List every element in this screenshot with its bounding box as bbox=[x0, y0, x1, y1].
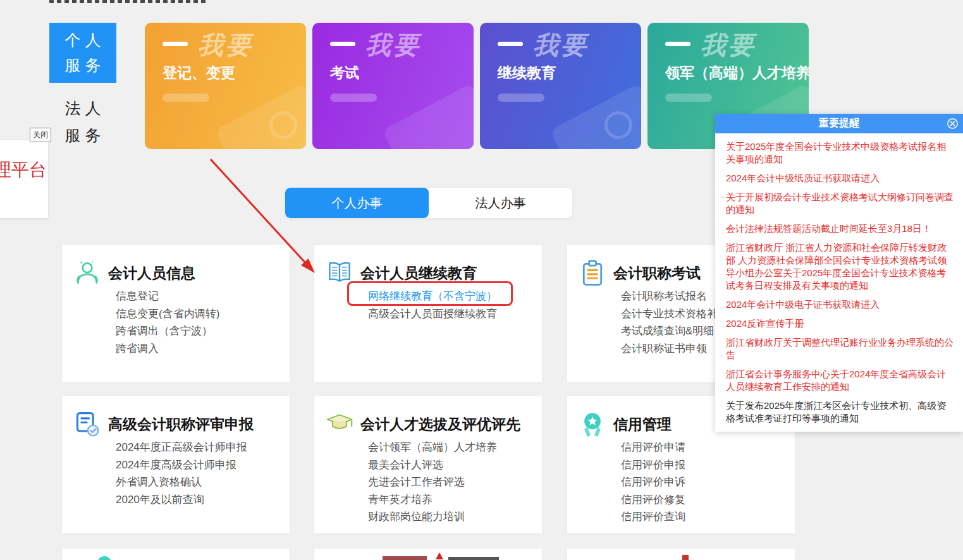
clipped-logo-fragment bbox=[377, 551, 523, 560]
notice-link[interactable]: 2024反诈宣传手册 bbox=[726, 317, 954, 330]
notice-link[interactable]: 浙江省财政厅 浙江省人力资源和社会保障厅转发财政部 人力资源社会保障部全国会计专… bbox=[726, 241, 954, 292]
clipped-mark-fragment bbox=[682, 555, 689, 560]
service-link-list: 会计领军（高端）人才培养最美会计人评选先进会计工作者评选青年英才培养财政部岗位能… bbox=[368, 439, 497, 526]
banner-title: 登记、变更 bbox=[163, 63, 235, 83]
service-title: 信用管理 bbox=[613, 415, 672, 434]
service-link[interactable]: 最美会计人评选 bbox=[368, 456, 497, 474]
tab-switcher: 个人办事 法人办事 bbox=[285, 188, 572, 218]
banner-title: 考试 bbox=[330, 63, 359, 83]
service-link-list: 2024年度正高级会计师申报2024年度高级会计师申报外省调入资格确认2020年… bbox=[116, 439, 247, 508]
pill-decoration bbox=[330, 94, 377, 102]
service-card: 会计人才选拔及评优评先会计领军（高端）人才培养最美会计人评选先进会计工作者评选青… bbox=[314, 396, 542, 533]
service-link[interactable]: 信息变更(含省内调转) bbox=[116, 305, 219, 323]
service-link[interactable]: 财政部岗位能力培训 bbox=[368, 508, 497, 526]
service-link[interactable]: 信用评价查询 bbox=[621, 508, 685, 526]
service-title: 会计人员信息 bbox=[108, 264, 195, 283]
graduation-cap-icon bbox=[326, 410, 353, 438]
service-link[interactable]: 先进会计工作者评选 bbox=[368, 473, 497, 491]
service-link[interactable]: 跨省调入 bbox=[116, 340, 219, 358]
service-card-header: 会计职称考试 bbox=[579, 259, 701, 287]
service-link[interactable]: 信用评价修复 bbox=[621, 491, 685, 509]
legal-services-label-line1: 法 人 bbox=[65, 98, 101, 119]
dash-decoration bbox=[163, 42, 188, 46]
service-link[interactable]: 会计专业技术资格补 bbox=[621, 305, 718, 323]
service-card-header: 信用管理 bbox=[579, 410, 672, 438]
medal-star-icon bbox=[579, 410, 606, 438]
book-shape bbox=[382, 83, 474, 149]
clipped-service-card bbox=[314, 549, 542, 560]
clipped-popup-text: 理平台 bbox=[0, 158, 48, 182]
service-link[interactable]: 2024年度高级会计师申报 bbox=[116, 456, 247, 474]
service-link[interactable]: 2024年度正高级会计师申报 bbox=[116, 439, 247, 456]
notice-link[interactable]: 2024年会计中级电子证书获取请进入 bbox=[726, 298, 954, 311]
banner-prefix: 我要 bbox=[701, 28, 756, 63]
service-link[interactable]: 跨省调出（含宁波） bbox=[116, 322, 219, 340]
service-link[interactable]: 高级会计人员面授继续教育 bbox=[368, 305, 497, 323]
tab-legal-affairs[interactable]: 法人办事 bbox=[429, 188, 572, 218]
service-link[interactable]: 会计领军（高端）人才培养 bbox=[368, 439, 497, 456]
service-title: 会计职称考试 bbox=[613, 264, 701, 283]
service-link[interactable]: 青年英才培养 bbox=[368, 491, 497, 509]
dash-decoration bbox=[498, 42, 523, 46]
pill-decoration bbox=[498, 94, 544, 102]
service-card-header: 会计人才选拔及评优评先 bbox=[326, 410, 520, 438]
clipboard-icon bbox=[579, 259, 606, 287]
person-icon bbox=[73, 259, 101, 287]
service-link[interactable]: 网络继续教育（不含宁波） bbox=[368, 288, 497, 305]
sidebar-item-personal-services[interactable]: 个 人 服 务 bbox=[49, 23, 116, 83]
notice-link[interactable]: 浙江省财政厅关于调整代理记账行业业务办理系统的公告 bbox=[726, 336, 954, 362]
service-link[interactable]: 外省调入资格确认 bbox=[116, 473, 247, 491]
clipped-icon-fragment bbox=[97, 556, 111, 560]
clipped-service-card bbox=[62, 549, 290, 560]
tab-personal-affairs[interactable]: 个人办事 bbox=[285, 188, 429, 218]
service-card: 会计人员继续教育网络继续教育（不含宁波）高级会计人员面授继续教育 bbox=[314, 245, 542, 382]
sidebar-item-legal-services[interactable]: 法 人 服 务 bbox=[49, 94, 116, 150]
panel-title: 重要提醒 bbox=[819, 117, 859, 130]
banner-title: 领军（高端）人才培养 bbox=[665, 63, 809, 83]
clipped-service-card bbox=[567, 549, 795, 560]
panel-header: 重要提醒 bbox=[715, 114, 963, 133]
service-card-header: 会计人员信息 bbox=[73, 259, 195, 287]
close-button[interactable]: 关闭 bbox=[30, 128, 51, 142]
banner-continuing-education[interactable]: 我要 继续教育 bbox=[480, 23, 641, 149]
service-card-header: 高级会计职称评审申报 bbox=[73, 410, 254, 438]
service-link[interactable]: 信息登记 bbox=[116, 288, 219, 305]
clipped-top-text bbox=[49, 0, 207, 3]
legal-services-label-line2: 服 务 bbox=[65, 125, 101, 146]
banner-title: 继续教育 bbox=[498, 63, 556, 83]
notice-link[interactable]: 浙江省会计事务服务中心关于2024年度全省高级会计人员继续教育工作安排的通知 bbox=[726, 368, 954, 393]
service-link[interactable]: 会计职称证书申领 bbox=[621, 340, 718, 358]
service-link[interactable]: 考试成绩查询&明细 bbox=[621, 322, 718, 340]
personal-services-label-line1: 个 人 bbox=[65, 30, 101, 51]
banner-exam[interactable]: 我要 考试 bbox=[312, 23, 474, 149]
service-title: 高级会计职称评审申报 bbox=[108, 415, 254, 434]
service-title: 会计人员继续教育 bbox=[360, 264, 477, 283]
notice-link[interactable]: 会计法律法规答题活动截止时间延长至3月18日！ bbox=[726, 222, 954, 235]
personal-services-label-line2: 服 务 bbox=[65, 55, 101, 76]
service-link[interactable]: 信用评价申诉 bbox=[621, 473, 685, 491]
dash-decoration bbox=[665, 42, 690, 46]
open-book-icon bbox=[326, 259, 353, 287]
dash-decoration bbox=[330, 42, 355, 46]
service-link[interactable]: 信用评价申请 bbox=[621, 439, 685, 456]
service-link[interactable]: 2020年及以前查询 bbox=[116, 491, 247, 509]
circle-decoration bbox=[604, 111, 632, 139]
service-link-list: 会计职称考试报名会计专业技术资格补考试成绩查询&明细会计职称证书申领 bbox=[621, 288, 718, 357]
document-check-icon bbox=[73, 410, 101, 438]
banner-prefix: 我要 bbox=[198, 28, 254, 63]
banner-prefix: 我要 bbox=[365, 28, 421, 63]
service-link[interactable]: 会计职称考试报名 bbox=[621, 288, 718, 305]
notice-link[interactable]: 关于开展初级会计专业技术资格考试大纲修订问卷调查的通知 bbox=[726, 191, 954, 216]
service-card: 会计人员信息信息登记信息变更(含省内调转)跨省调出（含宁波）跨省调入 bbox=[62, 245, 290, 382]
banner-register-change[interactable]: 我要 登记、变更 bbox=[145, 23, 306, 149]
service-link-list: 信息登记信息变更(含省内调转)跨省调出（含宁波）跨省调入 bbox=[116, 288, 219, 357]
notice-link[interactable]: 关于2025年度全国会计专业技术中级资格考试报名相关事项的通知 bbox=[726, 140, 954, 166]
service-link[interactable]: 信用评价申报 bbox=[621, 456, 685, 474]
clipped-left-popup: 理平台 bbox=[0, 140, 48, 218]
circle-decoration bbox=[269, 111, 297, 139]
service-link-list: 网络继续教育（不含宁波）高级会计人员面授继续教育 bbox=[368, 288, 497, 322]
circle-x-icon[interactable] bbox=[947, 118, 959, 130]
notice-link[interactable]: 关于发布2025年度浙江考区会计专业技术初、高级资格考试准考证打印等事项的通知 bbox=[726, 399, 954, 425]
notice-link[interactable]: 2024年会计中级纸质证书获取请进入 bbox=[726, 172, 954, 185]
service-link-list: 信用评价申请信用评价申报信用评价申诉信用评价修复信用评价查询 bbox=[621, 439, 685, 526]
